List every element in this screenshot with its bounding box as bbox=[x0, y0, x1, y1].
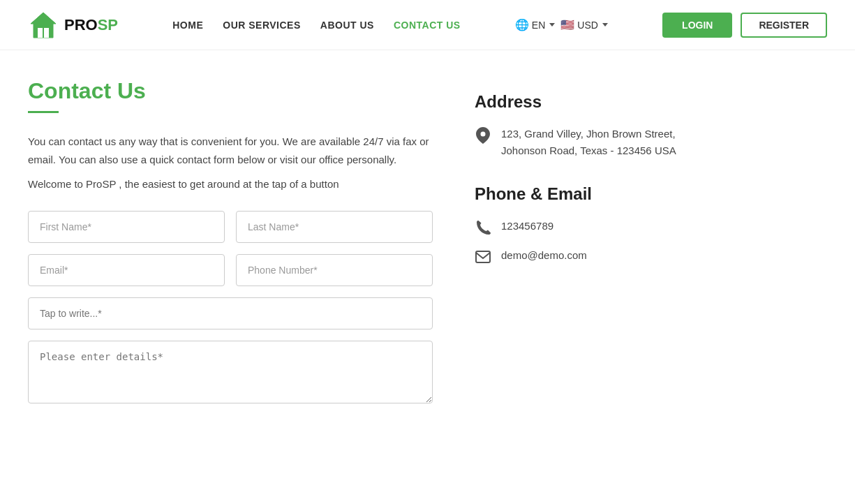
address-text: 123, Grand Villey, Jhon Brown Street, Jo… bbox=[501, 126, 698, 159]
nav-about-us[interactable]: ABOUT US bbox=[320, 20, 374, 31]
login-button[interactable]: LOGIN bbox=[662, 13, 732, 38]
email-icon bbox=[475, 249, 491, 265]
currency-chevron-icon bbox=[602, 23, 608, 27]
logo[interactable]: PROSP bbox=[28, 10, 118, 40]
currency-dropdown[interactable]: 🇺🇸 USD bbox=[560, 18, 608, 31]
phone-email-section: Phone & Email 123456789 demo@demo.com bbox=[475, 184, 698, 265]
location-icon bbox=[475, 127, 491, 144]
phone-input[interactable] bbox=[236, 254, 433, 286]
right-column: Address 123, Grand Villey, Jhon Brown St… bbox=[475, 78, 698, 417]
description-text: You can contact us any way that is conve… bbox=[28, 133, 433, 168]
address-section: Address 123, Grand Villey, Jhon Brown St… bbox=[475, 92, 698, 159]
address-item: 123, Grand Villey, Jhon Brown Street, Jo… bbox=[475, 126, 698, 159]
globe-icon: 🌐 bbox=[515, 18, 529, 31]
left-column: Contact Us You can contact us any way th… bbox=[28, 78, 433, 417]
contact-form bbox=[28, 211, 433, 406]
svg-rect-1 bbox=[38, 28, 43, 38]
message-field bbox=[28, 341, 433, 406]
page-title: Contact Us bbox=[28, 78, 433, 104]
lang-label: EN bbox=[532, 20, 545, 31]
email-phone-row bbox=[28, 254, 433, 286]
currency-label: USD bbox=[577, 20, 598, 31]
flag-icon: 🇺🇸 bbox=[560, 18, 574, 31]
phone-item: 123456789 bbox=[475, 218, 698, 236]
nav-home[interactable]: HOME bbox=[172, 20, 203, 31]
main-nav: HOME OUR SERVICES ABOUT US CONTACT US bbox=[172, 20, 460, 31]
subject-field bbox=[28, 297, 433, 329]
subject-input[interactable] bbox=[28, 297, 433, 329]
title-underline bbox=[28, 111, 59, 113]
name-row bbox=[28, 211, 433, 243]
message-textarea[interactable] bbox=[28, 341, 433, 403]
welcome-text: Welcome to ProSP , the easiest to get ar… bbox=[28, 178, 433, 190]
first-name-field bbox=[28, 211, 225, 243]
email-field bbox=[28, 254, 225, 286]
register-button[interactable]: REGISTER bbox=[741, 13, 827, 38]
email-item: demo@demo.com bbox=[475, 247, 698, 265]
logo-text: PROSP bbox=[64, 16, 118, 34]
svg-rect-2 bbox=[44, 28, 49, 38]
first-name-input[interactable] bbox=[28, 211, 225, 243]
svg-rect-4 bbox=[476, 251, 490, 262]
phone-icon bbox=[475, 219, 491, 236]
email-input[interactable] bbox=[28, 254, 225, 286]
language-dropdown[interactable]: 🌐 EN bbox=[515, 18, 555, 31]
phone-text: 123456789 bbox=[501, 218, 553, 235]
lang-currency-group: 🌐 EN 🇺🇸 USD bbox=[515, 18, 608, 31]
svg-marker-3 bbox=[31, 13, 56, 24]
logo-icon bbox=[28, 10, 59, 40]
lang-chevron-icon bbox=[549, 23, 555, 27]
phone-field bbox=[236, 254, 433, 286]
phone-email-title: Phone & Email bbox=[475, 184, 698, 204]
address-title: Address bbox=[475, 92, 698, 112]
header-buttons: LOGIN REGISTER bbox=[662, 13, 827, 38]
nav-contact-us[interactable]: CONTACT US bbox=[394, 20, 461, 31]
last-name-field bbox=[236, 211, 433, 243]
email-text: demo@demo.com bbox=[501, 247, 587, 264]
last-name-input[interactable] bbox=[236, 211, 433, 243]
nav-our-services[interactable]: OUR SERVICES bbox=[223, 20, 301, 31]
